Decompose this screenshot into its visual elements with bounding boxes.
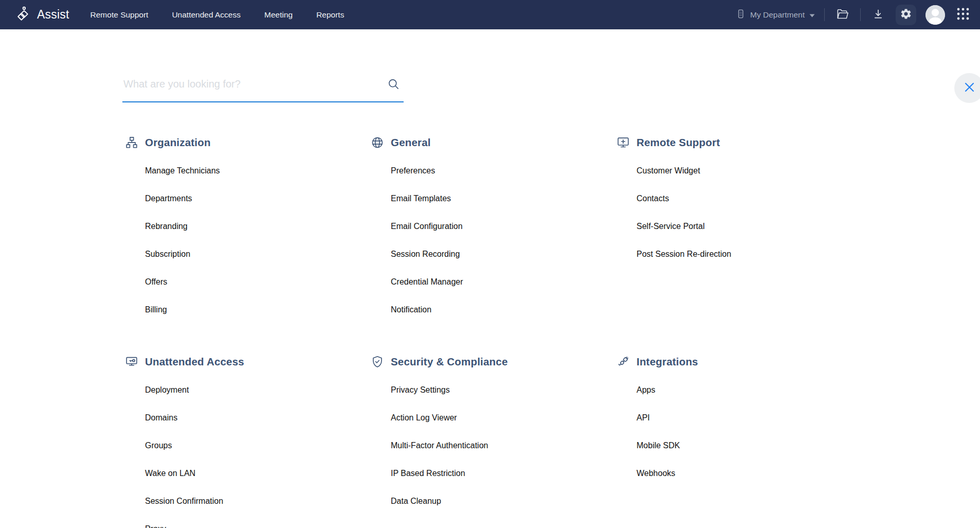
close-icon [964, 82, 975, 94]
nav-item-meeting[interactable]: Meeting [252, 0, 304, 29]
plug-icon [616, 355, 630, 368]
settings-link-session-recording[interactable]: Session Recording [391, 240, 460, 268]
settings-section: Unattended Access DeploymentDomainsGroup… [125, 354, 371, 528]
brand-logo[interactable]: Assist [15, 6, 69, 24]
nav-item-reports[interactable]: Reports [304, 0, 356, 29]
section-title: Integrations [637, 356, 698, 368]
primary-nav: Remote SupportUnattended AccessMeetingRe… [79, 0, 356, 29]
settings-link-credential-manager[interactable]: Credential Manager [391, 268, 463, 296]
nav-right-cluster: My Department [736, 5, 972, 25]
section-header: Security & Compliance [371, 354, 616, 369]
settings-link-domains[interactable]: Domains [145, 404, 177, 432]
section-items: AppsAPIMobile SDKWebhooks [616, 376, 862, 487]
section-items: DeploymentDomainsGroupsWake on LANSessio… [125, 376, 371, 528]
section-title: Unattended Access [145, 356, 244, 368]
settings-link-manage-technicians[interactable]: Manage Technicians [145, 157, 220, 185]
search-input[interactable] [122, 66, 404, 101]
download-button[interactable] [870, 6, 886, 24]
settings-link-session-confirmation[interactable]: Session Confirmation [145, 487, 223, 515]
section-items: Customer WidgetContactsSelf-Service Port… [616, 157, 862, 268]
section-items: Manage TechniciansDepartmentsRebrandingS… [125, 157, 371, 324]
shield-check-icon [371, 355, 384, 368]
section-header: Integrations [616, 354, 862, 369]
monitor-plus-icon [616, 136, 630, 149]
settings-link-ip-based-restriction[interactable]: IP Based Restriction [391, 460, 465, 487]
settings-link-offers[interactable]: Offers [145, 268, 167, 296]
nav-item-unattended-access[interactable]: Unattended Access [160, 0, 252, 29]
settings-link-webhooks[interactable]: Webhooks [637, 460, 675, 487]
settings-panel: Organization Manage TechniciansDepartmen… [0, 29, 980, 528]
section-items: PreferencesEmail TemplatesEmail Configur… [371, 157, 616, 324]
folder-icon [836, 8, 849, 21]
download-icon [872, 8, 884, 22]
settings-link-email-templates[interactable]: Email Templates [391, 185, 451, 213]
section-title: Organization [145, 136, 211, 149]
settings-section: Integrations AppsAPIMobile SDKWebhooks [616, 354, 862, 528]
nav-divider [860, 8, 861, 21]
globe-icon [371, 136, 384, 149]
settings-section: General PreferencesEmail TemplatesEmail … [371, 135, 616, 324]
section-items: Privacy SettingsAction Log ViewerMulti-F… [371, 376, 616, 515]
department-switcher[interactable]: My Department [736, 8, 815, 22]
nav-item-remote-support[interactable]: Remote Support [79, 0, 160, 29]
apps-grid-button[interactable] [954, 5, 972, 24]
settings-link-mobile-sdk[interactable]: Mobile SDK [637, 432, 680, 460]
brand-name: Assist [37, 8, 69, 22]
settings-link-email-configuration[interactable]: Email Configuration [391, 213, 463, 240]
device-icon [736, 8, 746, 22]
settings-link-proxy[interactable]: Proxy [145, 515, 166, 528]
gear-icon [900, 8, 912, 22]
settings-link-post-session-re-direction[interactable]: Post Session Re-direction [637, 240, 731, 268]
settings-link-customer-widget[interactable]: Customer Widget [637, 157, 700, 185]
department-label: My Department [750, 10, 805, 20]
monitor-key-icon [125, 355, 138, 368]
section-header: Unattended Access [125, 354, 371, 369]
settings-link-apps[interactable]: Apps [637, 376, 655, 404]
close-button[interactable] [954, 73, 980, 103]
assist-logo-icon [15, 6, 31, 24]
settings-section: Security & Compliance Privacy SettingsAc… [371, 354, 616, 528]
avatar[interactable] [925, 5, 945, 25]
settings-link-api[interactable]: API [637, 404, 650, 432]
section-header: General [371, 135, 616, 150]
chevron-down-icon [809, 10, 815, 20]
settings-link-deployment[interactable]: Deployment [145, 376, 189, 404]
settings-link-privacy-settings[interactable]: Privacy Settings [391, 376, 450, 404]
settings-link-wake-on-lan[interactable]: Wake on LAN [145, 460, 195, 487]
files-button[interactable] [834, 6, 851, 23]
settings-link-subscription[interactable]: Subscription [145, 240, 190, 268]
settings-section: Organization Manage TechniciansDepartmen… [125, 135, 371, 324]
section-header: Remote Support [616, 135, 862, 150]
settings-link-rebranding[interactable]: Rebranding [145, 213, 188, 240]
settings-grid: Organization Manage TechniciansDepartmen… [125, 135, 870, 528]
grid-icon [956, 7, 970, 22]
org-chart-icon [125, 136, 138, 149]
search-icon[interactable] [387, 78, 401, 93]
settings-section: Remote Support Customer WidgetContactsSe… [616, 135, 862, 324]
top-navbar: Assist Remote SupportUnattended AccessMe… [0, 0, 980, 29]
settings-link-departments[interactable]: Departments [145, 185, 192, 213]
section-header: Organization [125, 135, 371, 150]
settings-link-notification[interactable]: Notification [391, 296, 431, 324]
settings-link-action-log-viewer[interactable]: Action Log Viewer [391, 404, 457, 432]
section-title: General [391, 136, 431, 149]
settings-link-groups[interactable]: Groups [145, 432, 172, 460]
settings-link-self-service-portal[interactable]: Self-Service Portal [637, 213, 705, 240]
section-title: Remote Support [637, 136, 720, 149]
settings-link-billing[interactable]: Billing [145, 296, 167, 324]
settings-link-multi-factor-authentication[interactable]: Multi-Factor Authentication [391, 432, 488, 460]
nav-divider [824, 8, 825, 21]
settings-link-contacts[interactable]: Contacts [637, 185, 669, 213]
search-field [122, 66, 404, 102]
settings-link-preferences[interactable]: Preferences [391, 157, 435, 185]
section-title: Security & Compliance [391, 356, 508, 368]
settings-link-data-cleanup[interactable]: Data Cleanup [391, 487, 441, 515]
settings-button[interactable] [896, 5, 916, 25]
